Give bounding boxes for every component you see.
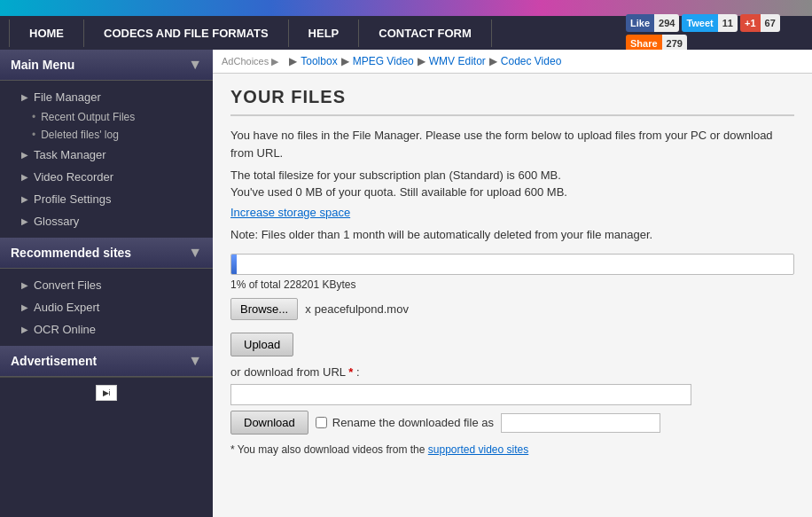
- sidebar-item-ocr-online[interactable]: ▶ OCR Online: [0, 318, 213, 341]
- nav-help[interactable]: HELP: [289, 20, 360, 47]
- advertisement-content: ▶i: [0, 377, 213, 408]
- main-menu-section: Main Menu ▼ ▶ File Manager Recent Output…: [0, 50, 213, 238]
- file-name: peacefulpond.mov: [315, 302, 409, 316]
- chevron-right-icon: ▶: [21, 92, 28, 102]
- breadcrumb-toolbox[interactable]: Toolbox: [301, 55, 337, 67]
- nav-home[interactable]: HOME: [9, 20, 84, 47]
- info-text: You have no files in the File Manager. P…: [230, 127, 794, 161]
- download-button[interactable]: Download: [230, 411, 308, 435]
- advertisement-section: Advertisement ▼ ▶i: [0, 346, 213, 408]
- breadcrumb-wmv[interactable]: WMV Editor: [429, 55, 486, 67]
- recommended-items: ▶ Convert Files ▶ Audio Expert ▶ OCR Onl…: [0, 269, 213, 346]
- rename-input[interactable]: [501, 413, 660, 433]
- recommended-header[interactable]: Recommended sites ▼: [0, 238, 213, 269]
- file-remove-icon[interactable]: x: [305, 302, 311, 316]
- download-url-input[interactable]: [230, 384, 691, 405]
- rename-checkbox[interactable]: [316, 417, 327, 428]
- file-selected-display: x peacefulpond.mov: [305, 302, 409, 316]
- sidebar-item-file-manager[interactable]: ▶ File Manager: [0, 86, 213, 108]
- progress-label: 1% of total 228201 KBytes: [230, 278, 794, 291]
- chevron-right-icon: ▶: [21, 150, 28, 160]
- breadcrumb-codec[interactable]: Codec Video: [501, 55, 562, 67]
- tw-count: 11: [718, 14, 738, 32]
- upload-button[interactable]: Upload: [230, 333, 293, 356]
- upload-section: Browse... x peacefulpond.mov: [230, 298, 794, 320]
- sidebar-item-task-manager[interactable]: ▶ Task Manager: [0, 144, 213, 166]
- chevron-right-icon: ▶: [21, 172, 28, 182]
- deleted-files-label: Deleted files' log: [41, 129, 119, 141]
- audio-expert-label: Audio Expert: [34, 301, 99, 314]
- sidebar-item-convert-files[interactable]: ▶ Convert Files: [0, 274, 213, 296]
- sidebar: Main Menu ▼ ▶ File Manager Recent Output…: [0, 50, 213, 517]
- sidebar-item-profile-settings[interactable]: ▶ Profile Settings: [0, 188, 213, 210]
- breadcrumb-sep-1: ▶: [289, 55, 297, 67]
- recommended-section: Recommended sites ▼ ▶ Convert Files ▶ Au…: [0, 238, 213, 346]
- recommended-arrow-icon: ▼: [188, 245, 202, 261]
- nav-codecs[interactable]: CODECS AND FILE FORMATS: [84, 20, 289, 47]
- chevron-right-icon: ▶: [21, 280, 28, 290]
- page-title: YOUR FILES: [230, 87, 794, 116]
- breadcrumb-bar: AdChoices ▶ ▶ Toolbox ▶ MPEG Video ▶ WMV…: [213, 50, 812, 74]
- ad-choices: AdChoices ▶: [222, 56, 278, 67]
- chevron-right-icon: ▶: [21, 325, 28, 334]
- ocr-online-label: OCR Online: [34, 323, 96, 336]
- main-menu-label: Main Menu: [11, 58, 74, 72]
- nav-links: HOME CODECS AND FILE FORMATS HELP CONTAC…: [9, 20, 626, 47]
- main-menu-arrow-icon: ▼: [188, 57, 202, 73]
- video-recorder-label: Video Recorder: [34, 170, 113, 184]
- chevron-right-icon: ▶: [21, 216, 28, 226]
- breadcrumb-sep-2: ▶: [341, 55, 349, 67]
- sidebar-subitem-deleted-files[interactable]: Deleted files' log: [0, 126, 213, 144]
- sidebar-item-audio-expert[interactable]: ▶ Audio Expert: [0, 296, 213, 318]
- main-menu-items: ▶ File Manager Recent Output Files Delet…: [0, 81, 213, 238]
- storage-line1: The total filesize for your subscription…: [230, 168, 794, 182]
- gp-button[interactable]: +1 67: [740, 14, 780, 32]
- progress-bar-inner: [231, 255, 237, 274]
- fb-label: Like: [626, 14, 654, 32]
- download-label-text: or download from URL: [230, 365, 346, 379]
- sidebar-item-video-recorder[interactable]: ▶ Video Recorder: [0, 166, 213, 188]
- adv-icon: ▶i: [96, 385, 117, 401]
- browse-button[interactable]: Browse...: [230, 298, 298, 320]
- breadcrumb-mpeg[interactable]: MPEG Video: [353, 55, 414, 67]
- colon: :: [356, 365, 360, 379]
- note-text: Note: Files older than 1 month will be a…: [230, 228, 794, 241]
- recommended-label: Recommended sites: [11, 246, 131, 260]
- chevron-right-icon: ▶: [21, 302, 28, 312]
- content-area: AdChoices ▶ ▶ Toolbox ▶ MPEG Video ▶ WMV…: [213, 50, 812, 517]
- nav-contact[interactable]: CONTACT FORM: [359, 20, 491, 47]
- tw-tweet-button[interactable]: Tweet 11: [682, 14, 738, 32]
- advertisement-arrow-icon: ▼: [188, 353, 202, 369]
- sidebar-item-glossary[interactable]: ▶ Glossary: [0, 210, 213, 232]
- gp-label: +1: [740, 14, 761, 32]
- download-label: or download from URL * :: [230, 365, 794, 379]
- required-marker: *: [348, 365, 353, 379]
- task-manager-label: Task Manager: [34, 148, 106, 161]
- gp-count: 67: [761, 14, 780, 32]
- footnote: * You may also download videos from the …: [230, 443, 794, 456]
- tw-label: Tweet: [682, 14, 717, 32]
- main-content: YOUR FILES You have no files in the File…: [213, 74, 812, 517]
- rename-label-text: Rename the downloaded file as: [332, 416, 494, 429]
- fb-like-button[interactable]: Like 294: [626, 14, 679, 32]
- rename-checkbox-label: Rename the downloaded file as: [316, 416, 494, 429]
- breadcrumb-sep-4: ▶: [489, 55, 497, 67]
- fb-count: 294: [654, 14, 679, 32]
- social-buttons: Like 294 Tweet 11 +1 67 Share 279: [626, 14, 803, 52]
- file-manager-label: File Manager: [34, 90, 101, 104]
- footnote-text: * You may also download videos from the: [230, 443, 425, 456]
- chevron-right-icon: ▶: [21, 194, 28, 204]
- download-row: Download Rename the downloaded file as: [230, 411, 794, 435]
- convert-files-label: Convert Files: [34, 278, 102, 292]
- download-section: or download from URL * : Download Rename…: [230, 365, 794, 456]
- recent-files-label: Recent Output Files: [41, 111, 135, 123]
- main-menu-header[interactable]: Main Menu ▼: [0, 50, 213, 81]
- upload-btn-row: Upload: [230, 333, 794, 356]
- supported-video-sites-link[interactable]: supported video sites: [428, 443, 528, 456]
- storage-line2: You've used 0 MB of your quota. Still av…: [230, 185, 794, 199]
- advertisement-header[interactable]: Advertisement ▼: [0, 346, 213, 377]
- increase-storage-link[interactable]: Increase storage space: [230, 206, 350, 219]
- main-layout: Main Menu ▼ ▶ File Manager Recent Output…: [0, 50, 812, 517]
- progress-section: 1% of total 228201 KBytes: [230, 254, 794, 291]
- sidebar-subitem-recent-files[interactable]: Recent Output Files: [0, 108, 213, 126]
